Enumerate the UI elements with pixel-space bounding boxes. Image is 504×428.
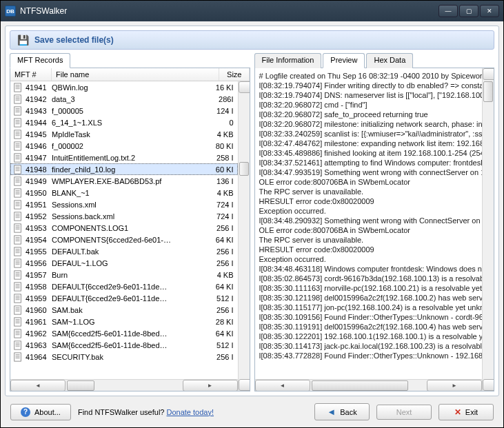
table-row[interactable]: 41947IntuitEntitlementLog.txt.2258 I xyxy=(10,152,238,163)
tab-preview[interactable]: Preview xyxy=(323,53,365,68)
close-button[interactable]: ✕ xyxy=(480,5,499,17)
cell-filename: SAM~1.LOG xyxy=(52,318,208,326)
preview-pane: File Information Preview Hex Data # Logf… xyxy=(254,52,495,391)
table-row[interactable]: 41961SAM~1.LOG28 KI xyxy=(10,316,238,327)
cell-size: 258 I xyxy=(208,154,238,162)
exit-button[interactable]: ✕ Exit xyxy=(439,404,494,420)
col-header-name[interactable]: File name xyxy=(52,68,219,81)
minimize-button[interactable]: — xyxy=(439,5,458,17)
table-row[interactable]: 41956DEFAUL~1.LOG256 I xyxy=(10,257,238,269)
cell-mft: 41954 xyxy=(24,236,52,244)
col-header-size[interactable]: Size xyxy=(219,68,250,81)
preview-content[interactable]: # Logfile created on Thu Sep 16 08:32:19… xyxy=(255,68,483,379)
cell-filename: f_000005 xyxy=(52,107,208,115)
preview-line: HRESULT error code:0x80020009 xyxy=(259,245,478,254)
cell-filename: BLANK_~1 xyxy=(52,189,208,197)
about-button[interactable]: ? About... xyxy=(10,404,71,420)
table-row[interactable]: 41950BLANK_~14 KB xyxy=(10,187,238,198)
next-button: Next xyxy=(376,405,432,420)
col-header-mft[interactable]: MFT # xyxy=(10,68,52,81)
exit-label: Exit xyxy=(465,408,478,416)
save-icon: 💾 xyxy=(17,34,29,45)
preview-line: # Logfile created on Thu Sep 16 08:32:19… xyxy=(259,71,478,81)
cell-filename: DEFAULT{6cced2e9-6e01-11de… xyxy=(52,294,208,303)
preview-line: I[08:34:48.290932] Something went wrong … xyxy=(259,216,478,225)
back-icon: ◄ xyxy=(327,407,336,417)
back-button[interactable]: ◄ Back xyxy=(314,403,370,420)
preview-line: I[08:35:30.109156] Found Finder::OtherTy… xyxy=(259,312,478,322)
cell-filename: Sessions.xml xyxy=(52,201,208,209)
preview-line: I[08:32:20.968072] cmd - ["find"] xyxy=(259,100,478,110)
cell-filename: DEFAUL~1.LOG xyxy=(52,259,208,267)
cell-filename: SAM.bak xyxy=(52,306,208,314)
table-row[interactable]: 41952Sessions.back.xml724 I xyxy=(10,210,238,222)
donate-link[interactable]: Donate today! xyxy=(167,408,214,416)
table-row[interactable]: 41964SECURITY.bak256 I xyxy=(10,351,238,363)
table-row[interactable]: 41959DEFAULT{6cced2e9-6e01-11de…512 I xyxy=(10,292,238,304)
tab-hex-data[interactable]: Hex Data xyxy=(366,53,413,68)
cell-mft: 41944 xyxy=(24,119,52,127)
window-title: NTFSWalker xyxy=(20,6,439,16)
cell-filename: COMPONENTS.LOG1 xyxy=(52,224,208,232)
cell-mft: 41958 xyxy=(24,283,52,291)
table-row[interactable]: 41951Sessions.xml724 I xyxy=(10,198,238,210)
preview-line: I[08:35:30.114173] jack-pc.kai.local(192… xyxy=(259,341,478,351)
exit-icon: ✕ xyxy=(454,407,461,417)
next-label: Next xyxy=(396,408,412,416)
table-row[interactable]: 419446_14_1~1.XLS0 xyxy=(10,116,238,128)
preview-line: HRESULT error code:0x80020009 xyxy=(259,196,478,206)
table-row[interactable]: 41963SAM{6cced2f5-6e01-11de-8bed…512 I xyxy=(10,339,238,351)
table-row[interactable]: 41943f_000005124 I xyxy=(10,105,238,116)
table-row[interactable]: 41953COMPONENTS.LOG1256 I xyxy=(10,222,238,234)
table-row[interactable]: 41960SAM.bak256 I xyxy=(10,304,238,316)
table-row[interactable]: 41941QBWin.log16 KI xyxy=(10,81,238,93)
table-row[interactable]: 41946f_00000280 KI xyxy=(10,140,238,152)
help-text: Find NTFSWalker useful? Donate today! xyxy=(78,408,214,416)
horizontal-scrollbar-preview[interactable]: ◄ ► xyxy=(255,379,483,391)
cell-size: 512 I xyxy=(208,341,238,349)
tab-mft-records[interactable]: MFT Records xyxy=(10,53,70,68)
cell-mft: 41951 xyxy=(24,201,52,209)
vertical-scrollbar-preview[interactable]: ▲ ▼ xyxy=(482,68,494,391)
cell-size: 724 I xyxy=(208,212,238,221)
cell-mft: 41960 xyxy=(24,306,52,314)
table-row[interactable]: 41955DEFAULT.bak256 I xyxy=(10,245,238,257)
preview-line: I[08:35:30.122201] 192.168.100.1(192.168… xyxy=(259,332,478,341)
preview-line: I[08:32:19.794074] Finder writing direct… xyxy=(259,81,478,90)
horizontal-scrollbar[interactable]: ◄ ► xyxy=(10,379,238,391)
preview-line: Exception occurred. xyxy=(259,206,478,216)
preview-line: I[08:34:37.521461] attempting to find Wi… xyxy=(259,158,478,167)
table-row[interactable]: 41962SAM{6cced2f5-6e01-11de-8bed…64 KI xyxy=(10,327,238,339)
table-row[interactable]: 41958DEFAULT{6cced2e9-6e01-11de…64 KI xyxy=(10,281,238,292)
table-row[interactable]: 41954COMPONENTS{6cced2ed-6e01-…64 KI xyxy=(10,234,238,245)
cell-mft: 41955 xyxy=(24,247,52,256)
maximize-button[interactable]: ▢ xyxy=(459,5,478,17)
cell-size: 16 KI xyxy=(208,83,238,92)
cell-mft: 41946 xyxy=(24,142,52,150)
table-row[interactable]: 41945MpIdleTask4 KB xyxy=(10,128,238,140)
table-body[interactable]: 41941QBWin.log16 KI41942data_3286I41943f… xyxy=(10,81,238,379)
cell-filename: SAM{6cced2f5-6e01-11de-8bed… xyxy=(52,341,208,349)
cell-size: 4 KB xyxy=(208,271,238,279)
save-toolbar[interactable]: 💾 Save selected file(s) xyxy=(10,30,494,50)
table-row[interactable]: 41957Burn4 KB xyxy=(10,269,238,281)
preview-line: I[08:32:33.240259] scanlist is: [{:wmius… xyxy=(259,129,478,139)
cell-filename: WMPLAYER.EXE-BAD6BD53.pf xyxy=(52,177,208,185)
cell-mft: 41942 xyxy=(24,95,52,103)
preview-line: I[08:32:20.968072] safe_to_proceed retur… xyxy=(259,110,478,119)
vertical-scrollbar-left[interactable]: ▲ ▼ xyxy=(238,81,250,391)
table-row[interactable]: 41942data_3286I xyxy=(10,93,238,105)
preview-line: OLE error code:800706BA in SWbemLocator xyxy=(259,225,478,235)
cell-filename: DEFAULT{6cced2e9-6e01-11de… xyxy=(52,283,208,291)
cell-filename: Sessions.back.xml xyxy=(52,212,208,221)
cell-filename: DEFAULT.bak xyxy=(52,247,208,256)
cell-mft: 41945 xyxy=(24,130,52,139)
cell-size: 64 KI xyxy=(208,283,238,291)
app-logo-icon: DB xyxy=(5,6,16,17)
cell-mft: 41943 xyxy=(24,107,52,115)
tab-file-information[interactable]: File Information xyxy=(254,53,322,68)
cell-size: 512 I xyxy=(208,294,238,303)
about-label: About... xyxy=(34,408,61,416)
table-row[interactable]: 41948finder_child_10.log60 KI xyxy=(10,163,238,175)
table-row[interactable]: 41949WMPLAYER.EXE-BAD6BD53.pf136 I xyxy=(10,175,238,187)
